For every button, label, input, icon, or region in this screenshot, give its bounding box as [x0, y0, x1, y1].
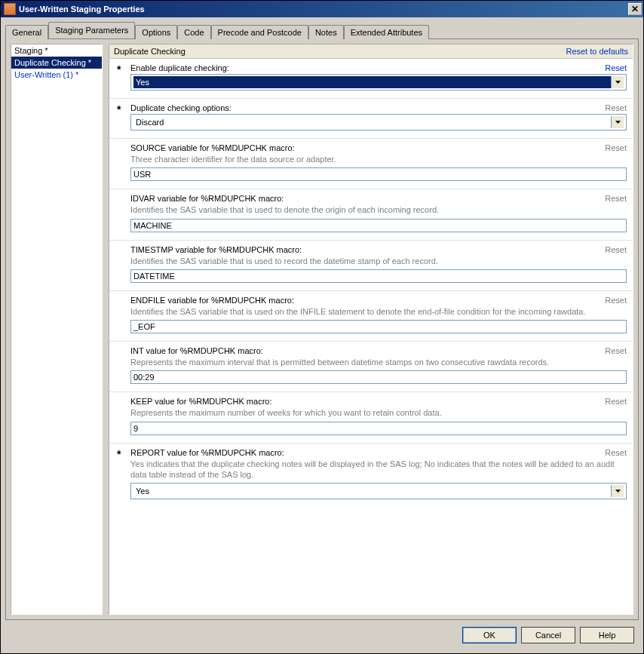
tab-bar: General Staging Parameters Options Code …	[5, 22, 639, 38]
idvar-input[interactable]	[130, 219, 627, 232]
field-idvar-variable: IDVAR variable for %RMDUPCHK macro: Rese…	[109, 189, 633, 240]
chevron-down-icon[interactable]	[611, 116, 624, 128]
sidebar-item-duplicate-checking[interactable]: Duplicate Checking *	[11, 57, 102, 69]
title-bar: User-Written Staging Properties ✕	[1, 1, 643, 17]
reset-to-defaults-link[interactable]: Reset to defaults	[566, 47, 628, 56]
tab-notes[interactable]: Notes	[308, 25, 344, 39]
field-description: Yes indicates that the duplicate checkin…	[130, 459, 627, 481]
report-select[interactable]: Yes	[130, 483, 627, 499]
select-value: Yes	[133, 485, 611, 497]
cancel-button[interactable]: Cancel	[521, 627, 575, 643]
field-label: TIMESTMP variable for %RMDUPCHK macro:	[130, 245, 302, 254]
tab-options[interactable]: Options	[135, 25, 177, 39]
pane-header: Duplicate Checking Reset to defaults	[109, 45, 633, 59]
field-reset-link[interactable]: Reset	[605, 448, 627, 457]
field-label: REPORT value for %RMDUPCHK macro:	[130, 448, 284, 457]
field-reset-link[interactable]: Reset	[605, 103, 627, 112]
field-label: Enable duplicate checking:	[130, 63, 229, 72]
enable-duplicate-select[interactable]: Yes	[130, 74, 627, 91]
pane-title: Duplicate Checking	[114, 47, 186, 56]
int-input[interactable]	[130, 370, 627, 384]
sidebar-list[interactable]: Staging * Duplicate Checking * User-Writ…	[11, 44, 103, 615]
field-report-value: * REPORT value for %RMDUPCHK macro: Rese…	[109, 444, 633, 508]
field-description: Identifies the SAS variable that is used…	[130, 204, 627, 215]
source-input[interactable]	[130, 167, 627, 181]
main-pane: Duplicate Checking Reset to defaults * E…	[109, 44, 633, 615]
field-description: Three character identifier for the data …	[130, 154, 627, 164]
field-reset-link[interactable]: Reset	[605, 296, 627, 305]
tab-precode-postcode[interactable]: Precode and Postcode	[211, 25, 308, 39]
tab-general[interactable]: General	[5, 25, 48, 39]
timestmp-input[interactable]	[130, 269, 627, 283]
field-description: Represents the maximum interval that is …	[130, 357, 627, 367]
app-icon	[4, 3, 16, 15]
field-enable-duplicate-checking: * Enable duplicate checking: Reset Yes	[109, 59, 633, 99]
field-reset-link[interactable]: Reset	[605, 245, 627, 254]
svg-marker-0	[615, 81, 621, 84]
field-keep-value: KEEP value for %RMDUPCHK macro: Reset Re…	[109, 392, 633, 443]
field-label: SOURCE variable for %RMDUPCHK macro:	[130, 143, 295, 152]
field-int-value: INT value for %RMDUPCHK macro: Reset Rep…	[109, 342, 633, 392]
endfile-input[interactable]	[130, 320, 627, 333]
field-label: ENDFILE variable for %RMDUPCHK macro:	[130, 296, 294, 305]
field-endfile-variable: ENDFILE variable for %RMDUPCHK macro: Re…	[109, 291, 633, 342]
field-reset-link[interactable]: Reset	[605, 63, 627, 72]
required-indicator: *	[117, 63, 121, 75]
field-description: Identifies the SAS variable that is used…	[130, 256, 627, 266]
field-label: INT value for %RMDUPCHK macro:	[130, 346, 263, 355]
duplicate-options-select[interactable]: Discard	[130, 114, 627, 130]
close-button[interactable]: ✕	[628, 3, 642, 15]
dialog-body: General Staging Parameters Options Code …	[1, 17, 643, 620]
chevron-down-icon[interactable]	[611, 485, 624, 497]
ok-button[interactable]: OK	[462, 627, 517, 643]
field-timestmp-variable: TIMESTMP variable for %RMDUPCHK macro: R…	[109, 241, 633, 291]
field-duplicate-options: * Duplicate checking options: Reset Disc…	[109, 99, 633, 139]
select-value: Yes	[133, 76, 611, 88]
field-label: IDVAR variable for %RMDUPCHK macro:	[130, 194, 284, 203]
field-label: Duplicate checking options:	[130, 103, 232, 112]
field-description: Identifies the SAS variable that is used…	[130, 306, 627, 317]
sidebar-item-user-written[interactable]: User-Written (1) *	[11, 69, 102, 81]
button-bar: OK Cancel Help	[1, 620, 643, 650]
help-button[interactable]: Help	[580, 627, 634, 643]
field-label: KEEP value for %RMDUPCHK macro:	[130, 397, 271, 406]
field-reset-link[interactable]: Reset	[605, 143, 627, 152]
tab-staging-parameters[interactable]: Staging Parameters	[48, 22, 135, 38]
tab-content: Staging * Duplicate Checking * User-Writ…	[5, 38, 639, 620]
field-source-variable: SOURCE variable for %RMDUPCHK macro: Res…	[109, 139, 633, 189]
tab-code[interactable]: Code	[177, 25, 210, 39]
tab-extended-attributes[interactable]: Extended Attributes	[344, 25, 429, 39]
select-value: Discard	[133, 116, 611, 128]
keep-input[interactable]	[130, 422, 627, 435]
svg-marker-1	[615, 121, 621, 124]
field-reset-link[interactable]: Reset	[605, 194, 627, 203]
window-title: User-Written Staging Properties	[19, 5, 628, 14]
field-reset-link[interactable]: Reset	[605, 397, 627, 406]
chevron-down-icon[interactable]	[611, 76, 624, 88]
field-reset-link[interactable]: Reset	[605, 346, 627, 355]
svg-marker-2	[615, 490, 621, 493]
sidebar-item-staging[interactable]: Staging *	[11, 45, 102, 57]
required-indicator: *	[117, 103, 121, 115]
required-indicator: *	[117, 448, 121, 460]
field-description: Represents the maximum number of weeks f…	[130, 407, 627, 418]
